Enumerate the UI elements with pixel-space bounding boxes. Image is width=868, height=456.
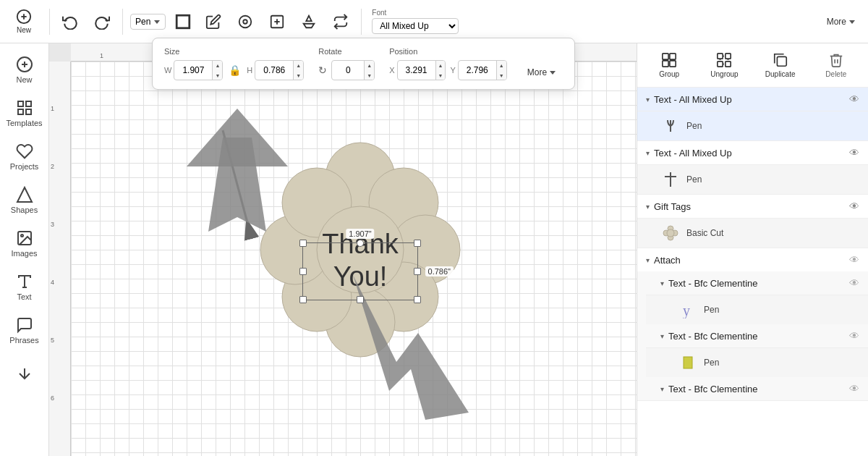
- handle-bottom-right[interactable]: [414, 296, 421, 303]
- selection-box[interactable]: 1.907" 0.786": [302, 242, 418, 300]
- duplicate-button[interactable]: Duplicate: [760, 49, 801, 81]
- x-down-btn[interactable]: ▼: [436, 70, 446, 80]
- lock-icon[interactable]: 🔒: [229, 64, 241, 76]
- chevron-1: ▾: [646, 96, 650, 104]
- x-input-wrapper: X ▲ ▼: [389, 60, 446, 80]
- layer-header-4[interactable]: ▾ Attach 👁: [637, 248, 868, 271]
- shapes-icon: [16, 186, 33, 203]
- y-input[interactable]: [459, 65, 496, 75]
- pen-label: Pen: [135, 17, 150, 27]
- x-field[interactable]: ▲ ▼: [397, 60, 446, 80]
- flip-button[interactable]: [328, 3, 354, 41]
- layer-item-1-1[interactable]: Pen: [637, 111, 868, 140]
- add-button[interactable]: [264, 3, 290, 41]
- chevron-3: ▾: [646, 203, 650, 211]
- layer-item-3-1[interactable]: Basic Cut: [637, 218, 868, 248]
- height-up-btn[interactable]: ▲: [294, 60, 303, 70]
- y-arrows: ▲ ▼: [496, 60, 506, 80]
- layer-header-3[interactable]: ▾ Gift Tags 👁: [637, 195, 868, 218]
- canvas-area[interactable]: 1 2 3 4 5 6 7 8 1 2 3 4 5 6: [49, 43, 637, 456]
- svg-rect-42: [670, 54, 676, 59]
- rotate-down-btn[interactable]: ▼: [365, 70, 374, 80]
- delete-button[interactable]: Delete: [816, 49, 856, 81]
- top-toolbar: New Pen: [0, 0, 868, 43]
- more-button[interactable]: More: [821, 14, 862, 30]
- subgroup-header-4-2[interactable]: ▾ Text - Bfc Clementine 👁: [646, 324, 868, 347]
- layer-item-2-1[interactable]: Pen: [637, 164, 868, 194]
- width-up-btn[interactable]: ▲: [213, 60, 222, 70]
- undo-button[interactable]: [57, 3, 83, 41]
- font-select[interactable]: All Mixed Up: [372, 18, 459, 34]
- sidebar-item-images[interactable]: Images: [3, 223, 46, 263]
- eye-icon-4[interactable]: 👁: [849, 254, 859, 266]
- group-icon: [661, 52, 677, 68]
- new-button[interactable]: New: [6, 3, 42, 41]
- size-more-label: More: [527, 67, 547, 77]
- ungroup-button[interactable]: Ungroup: [704, 49, 744, 81]
- group-label: Group: [659, 70, 679, 78]
- warp-button[interactable]: [296, 3, 322, 41]
- new-label: New: [17, 26, 31, 34]
- handle-bottom-center[interactable]: [357, 296, 364, 303]
- redo-button[interactable]: [89, 3, 115, 41]
- y-up-btn[interactable]: ▲: [497, 60, 506, 70]
- subgroup-header-4-3[interactable]: ▾ Text - Bfc Clementine 👁: [646, 377, 868, 400]
- subeye-4-3[interactable]: 👁: [849, 383, 859, 394]
- subeye-4-2[interactable]: 👁: [849, 330, 859, 342]
- sidebar-item-phrases[interactable]: Phrases: [3, 310, 46, 350]
- height-field[interactable]: ▲ ▼: [255, 60, 304, 80]
- sidebar-item-templates[interactable]: Templates: [3, 93, 46, 133]
- sidebar-item-text[interactable]: Text: [3, 266, 46, 307]
- y-field[interactable]: ▲ ▼: [458, 60, 507, 80]
- square-icon: [175, 14, 191, 30]
- svg-point-21: [21, 235, 23, 237]
- height-input[interactable]: [255, 65, 293, 75]
- handle-top-left[interactable]: [299, 240, 307, 247]
- eye-icon-1[interactable]: 👁: [849, 93, 859, 105]
- square-style-button[interactable]: [171, 10, 195, 33]
- handle-top-right[interactable]: [414, 240, 421, 247]
- pen-dropdown[interactable]: Pen: [130, 14, 166, 30]
- height-down-btn[interactable]: ▼: [294, 70, 303, 80]
- subgroup-4-3: ▾ Text - Bfc Clementine 👁: [637, 377, 868, 400]
- handle-bottom-left[interactable]: [299, 296, 307, 303]
- layer-header-2[interactable]: ▾ Text - All Mixed Up 👁: [637, 141, 868, 164]
- layer-type-1-1: Pen: [686, 121, 702, 131]
- x-up-btn[interactable]: ▲: [436, 60, 446, 70]
- rotate-field[interactable]: ▲ ▼: [331, 60, 375, 80]
- rotate-up-btn[interactable]: ▲: [365, 60, 374, 70]
- edit-button[interactable]: [200, 3, 226, 41]
- subgroup-header-4-1[interactable]: ▾ Text - Bfc Clementine 👁: [646, 271, 868, 295]
- width-down-btn[interactable]: ▼: [213, 70, 222, 80]
- svg-rect-41: [663, 54, 668, 59]
- svg-text:y: y: [683, 303, 690, 318]
- subgroup-4-1: ▾ Text - Bfc Clementine 👁 y Pen: [637, 271, 868, 324]
- rotate-input[interactable]: [332, 65, 364, 75]
- group-button[interactable]: Group: [649, 49, 689, 81]
- duplicate-label: Duplicate: [765, 70, 796, 78]
- size-more-button[interactable]: More: [522, 64, 563, 80]
- handle-top-center[interactable]: [357, 240, 364, 247]
- sublayer-title-4-2: Text - Bfc Clementine: [668, 331, 758, 342]
- layers-list: ▾ Text - All Mixed Up 👁 Pen: [637, 88, 868, 456]
- sidebar-item-extra[interactable]: [3, 353, 46, 394]
- svg-rect-43: [663, 61, 668, 67]
- handle-middle-right[interactable]: [414, 268, 421, 275]
- sidebar-item-projects[interactable]: Projects: [3, 136, 46, 177]
- handle-middle-left[interactable]: [299, 268, 307, 275]
- width-field[interactable]: ▲ ▼: [174, 60, 223, 80]
- width-arrows: ▲ ▼: [212, 60, 222, 80]
- layer-header-1[interactable]: ▾ Text - All Mixed Up 👁: [637, 88, 868, 111]
- sublayer-item-4-1-1[interactable]: y Pen: [646, 295, 868, 324]
- sidebar-item-new[interactable]: New: [3, 49, 46, 90]
- subeye-4-1[interactable]: 👁: [849, 277, 859, 289]
- y-down-btn[interactable]: ▼: [497, 70, 506, 80]
- eye-icon-3[interactable]: 👁: [849, 200, 859, 212]
- ruler-mark-v1: 1: [51, 105, 54, 112]
- style-button[interactable]: [232, 3, 258, 41]
- width-input[interactable]: [174, 65, 212, 75]
- eye-icon-2[interactable]: 👁: [849, 147, 859, 159]
- sidebar-item-shapes[interactable]: Shapes: [3, 180, 46, 220]
- x-input[interactable]: [398, 65, 435, 75]
- sublayer-item-4-2-1[interactable]: Pen: [646, 347, 868, 377]
